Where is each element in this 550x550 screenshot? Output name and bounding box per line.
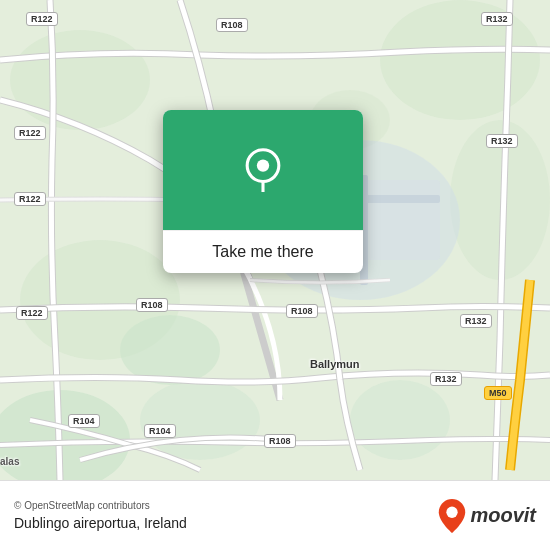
moovit-text: moovit [470, 504, 536, 527]
road-badge-r122-lower: R122 [16, 306, 48, 320]
moovit-logo: moovit [438, 499, 536, 533]
road-badge-r104-2: R104 [144, 424, 176, 438]
road-badge-r122-top: R122 [26, 12, 58, 26]
svg-point-16 [447, 506, 458, 517]
popup-green-area [163, 110, 363, 230]
moovit-pin-icon [438, 499, 466, 533]
location-name: Dublingo aireportua, Ireland [14, 515, 187, 531]
place-label-ballymun: Ballymun [310, 358, 360, 370]
road-badge-r122-mid2: R122 [14, 192, 46, 206]
attribution-text: © OpenStreetMap contributors [14, 500, 187, 511]
place-label-alas: alas [0, 456, 19, 467]
svg-point-15 [257, 159, 269, 171]
road-badge-r108-bottom: R108 [264, 434, 296, 448]
road-badge-r132-lower2: R132 [430, 372, 462, 386]
bottom-bar: © OpenStreetMap contributors Dublingo ai… [0, 480, 550, 550]
svg-point-9 [120, 315, 220, 385]
svg-point-7 [350, 380, 450, 460]
map-container: R122 R108 R132 R132 R122 R122 R108 R108 … [0, 0, 550, 480]
road-badge-m50: M50 [484, 386, 512, 400]
location-pin-icon [241, 148, 285, 192]
road-badge-r104-1: R104 [68, 414, 100, 428]
take-me-there-button[interactable]: Take me there [163, 230, 363, 273]
road-badge-r108-midc: R108 [286, 304, 318, 318]
road-badge-r132-lower: R132 [460, 314, 492, 328]
svg-point-1 [10, 30, 150, 130]
bottom-info: © OpenStreetMap contributors Dublingo ai… [14, 500, 187, 531]
road-badge-r132-mid: R132 [486, 134, 518, 148]
road-badge-r108-top: R108 [216, 18, 248, 32]
popup-card[interactable]: Take me there [163, 110, 363, 273]
road-badge-r108-midl: R108 [136, 298, 168, 312]
svg-point-6 [140, 380, 260, 460]
svg-point-2 [380, 0, 540, 120]
road-badge-r122-mid1: R122 [14, 126, 46, 140]
road-badge-r132-top: R132 [481, 12, 513, 26]
